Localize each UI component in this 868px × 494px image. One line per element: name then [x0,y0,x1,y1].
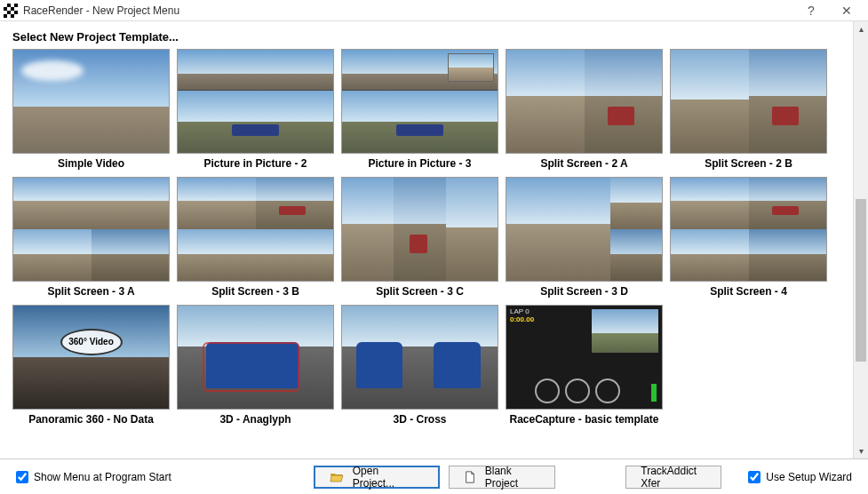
svg-rect-5 [4,11,7,14]
template-label: Picture in Picture - 2 [203,157,307,170]
template-label: Simple Video [58,157,124,170]
template-label: Split Screen - 4 [710,285,787,298]
svg-rect-3 [7,7,11,11]
template-thumbnail[interactable]: 360° Video [12,305,170,410]
template-item[interactable]: Split Screen - 2 B [670,49,827,170]
template-label: Split Screen - 3 C [376,285,464,298]
template-label: Split Screen - 3 A [47,285,134,298]
template-label: Picture in Picture - 3 [368,157,471,170]
template-thumbnail[interactable] [12,177,170,282]
content-area: Select New Project Template... Simple Vi… [0,21,868,458]
svg-rect-8 [14,14,18,18]
template-item[interactable]: Simple Video [12,49,170,170]
template-item[interactable]: Picture in Picture - 3 [341,49,498,170]
template-label: Panoramic 360 - No Data [28,413,154,426]
template-thumbnail[interactable] [177,305,334,410]
template-thumbnail[interactable] [341,177,498,282]
template-thumbnail[interactable] [506,49,663,154]
template-thumbnail[interactable] [177,49,334,154]
svg-rect-1 [4,4,7,7]
page-heading: Select New Project Template... [12,30,840,44]
template-thumbnail[interactable] [341,305,498,410]
blank-project-label: Blank Project [485,465,540,490]
template-thumbnail[interactable] [12,49,170,154]
show-menu-checkbox[interactable] [16,471,28,483]
template-label: Split Screen - 2 A [540,157,627,170]
close-icon: ✕ [841,4,852,18]
template-label: 3D - Anaglyph [219,413,291,426]
help-icon: ? [808,4,815,18]
template-label: Split Screen - 3 D [540,285,628,298]
window-title: RaceRender - New Project Menu [23,4,793,17]
templates-grid: Simple VideoPicture in Picture - 2Pictur… [12,49,840,455]
template-thumbnail[interactable] [670,49,827,154]
template-thumbnail[interactable] [341,49,498,154]
window-titlebar: RaceRender - New Project Menu ? ✕ [0,0,868,21]
template-item[interactable]: Split Screen - 3 C [341,177,498,298]
template-item[interactable]: Picture in Picture - 2 [177,49,334,170]
blank-project-button[interactable]: Blank Project [449,466,555,489]
svg-rect-6 [11,11,14,14]
trackaddict-xfer-button[interactable]: TrackAddict Xfer [625,466,721,489]
wizard-checkbox[interactable] [748,471,760,483]
wizard-checkbox-wrap[interactable]: Use Setup Wizard [748,471,852,483]
scroll-down-button[interactable]: ▾ [854,443,868,458]
show-menu-label: Show Menu at Program Start [34,471,171,483]
folder-open-icon [330,470,344,484]
show-menu-checkbox-wrap[interactable]: Show Menu at Program Start [16,471,171,483]
template-item[interactable]: Split Screen - 4 [670,177,827,298]
open-project-button[interactable]: Open Project... [314,466,440,489]
template-item[interactable]: Split Screen - 3 D [506,177,663,298]
scroll-thumb[interactable] [856,199,866,362]
blank-document-icon [464,470,476,484]
app-icon [4,4,18,18]
template-item[interactable]: 3D - Cross [341,305,498,426]
scroll-up-button[interactable]: ▴ [854,21,868,36]
template-item[interactable]: Split Screen - 3 B [177,177,334,298]
template-item[interactable]: LAP 00:00.00RaceCapture - basic template [506,305,663,426]
template-thumbnail[interactable] [506,177,663,282]
svg-rect-2 [11,4,14,7]
scroll-track[interactable] [854,36,868,443]
template-thumbnail[interactable] [177,177,334,282]
wizard-label: Use Setup Wizard [766,471,852,483]
svg-rect-4 [14,7,18,11]
svg-rect-7 [7,14,11,18]
template-item[interactable]: Split Screen - 2 A [506,49,663,170]
pano-360-badge: 360° Video [60,329,123,355]
close-button[interactable]: ✕ [829,0,864,21]
template-item[interactable]: 3D - Anaglyph [177,305,334,426]
template-label: Split Screen - 3 B [211,285,299,298]
template-thumbnail[interactable] [670,177,827,282]
vertical-scrollbar[interactable]: ▴ ▾ [853,21,868,458]
trackaddict-label: TrackAddict Xfer [641,465,706,490]
main-panel: Select New Project Template... Simple Vi… [0,21,853,458]
template-item[interactable]: Split Screen - 3 A [12,177,170,298]
template-label: RaceCapture - basic template [509,413,658,426]
footer-bar: Show Menu at Program Start Open Project.… [0,458,868,494]
help-button[interactable]: ? [793,0,829,21]
template-label: Split Screen - 2 B [705,157,792,170]
template-item[interactable]: 360° VideoPanoramic 360 - No Data [12,305,170,426]
template-label: 3D - Cross [393,413,446,426]
open-project-label: Open Project... [353,465,424,490]
template-thumbnail[interactable]: LAP 00:00.00 [506,305,663,410]
